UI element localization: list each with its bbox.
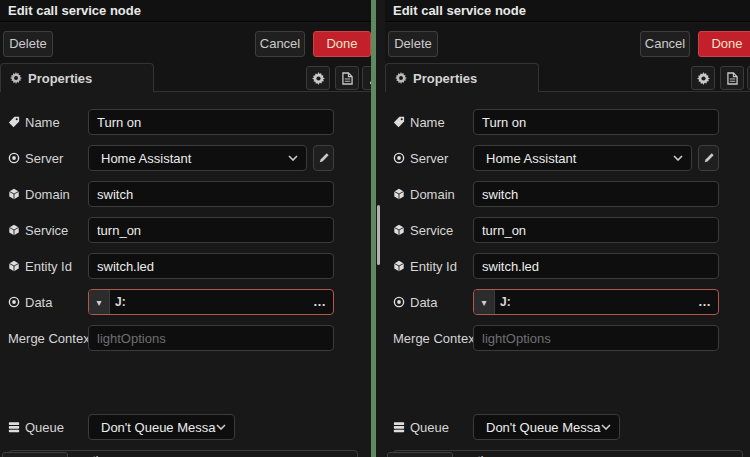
merge-context-input[interactable] <box>88 325 334 351</box>
stack-icon <box>393 421 405 433</box>
merge-context-label: Merge Context <box>8 325 93 351</box>
caret-down-icon: ▾ <box>96 297 101 308</box>
entity-id-input[interactable] <box>88 253 334 279</box>
edit-dialog-panel-left: Edit call service node Delete Cancel Don… <box>0 0 372 457</box>
green-divider <box>371 0 376 457</box>
queue-select[interactable]: Don't Queue Messages <box>473 414 620 440</box>
clipped-bottom-button[interactable] <box>387 452 453 457</box>
domain-label-text: Domain <box>25 187 70 202</box>
scrollbar-thumb[interactable] <box>377 205 380 265</box>
service-label-text: Service <box>410 223 453 238</box>
type-select-caret[interactable]: ▾ <box>89 290 110 314</box>
merge-context-label-text: Merge Context <box>393 331 478 346</box>
tab-properties[interactable]: Properties <box>385 63 539 92</box>
data-input[interactable] <box>126 290 313 314</box>
dialog-body: Name Server Home Assistant <box>385 92 750 457</box>
tab-bar: Properties <box>0 63 372 92</box>
cube-icon <box>393 224 405 236</box>
chevron-down-icon <box>216 424 226 430</box>
queue-select-value: Don't Queue Messages <box>474 420 601 435</box>
dot-circle-icon <box>8 296 20 308</box>
server-select[interactable]: Home Assistant <box>473 145 692 171</box>
cube-icon <box>393 188 405 200</box>
merge-context-label: Merge Context <box>393 325 478 351</box>
edit-server-button[interactable] <box>698 145 719 171</box>
domain-label-text: Domain <box>410 187 455 202</box>
service-label: Service <box>393 217 453 243</box>
domain-label: Domain <box>8 181 70 207</box>
type-select-caret[interactable]: ▾ <box>474 290 495 314</box>
ellipsis-icon: … <box>698 294 712 309</box>
cube-icon <box>8 188 20 200</box>
entity-id-label-text: Entity Id <box>25 259 72 274</box>
gear-icon <box>697 72 710 85</box>
pencil-icon <box>703 152 715 164</box>
service-input[interactable] <box>473 217 719 243</box>
data-typed-input: ▾ J: … <box>88 289 334 315</box>
cube-icon <box>8 224 20 236</box>
gear-icon <box>10 72 22 84</box>
expand-editor-button[interactable]: … <box>313 297 333 307</box>
gear-icon <box>312 72 325 85</box>
dot-circle-icon <box>8 152 20 164</box>
gear-icon <box>395 72 407 84</box>
server-label-text: Server <box>25 151 63 166</box>
entity-id-label: Entity Id <box>8 253 72 279</box>
description-button[interactable] <box>335 66 359 90</box>
chevron-down-icon <box>288 155 298 161</box>
cube-icon <box>393 260 405 272</box>
stack-icon <box>8 421 20 433</box>
cancel-button[interactable]: Cancel <box>255 31 305 57</box>
name-label: Name <box>393 109 445 135</box>
cancel-button[interactable]: Cancel <box>640 31 690 57</box>
tag-icon <box>8 116 20 128</box>
entity-id-input[interactable] <box>473 253 719 279</box>
name-label-text: Name <box>25 115 60 130</box>
description-button[interactable] <box>720 66 744 90</box>
domain-input[interactable] <box>473 181 719 207</box>
node-settings-button[interactable] <box>306 66 330 90</box>
dot-circle-icon <box>393 152 405 164</box>
data-label: Data <box>8 289 52 315</box>
service-label: Service <box>8 217 68 243</box>
expand-editor-button[interactable]: … <box>698 297 718 307</box>
server-label-text: Server <box>410 151 448 166</box>
data-label-text: Data <box>25 295 52 310</box>
server-select[interactable]: Home Assistant <box>88 145 307 171</box>
cube-icon <box>8 260 20 272</box>
server-select-value: Home Assistant <box>89 151 288 166</box>
name-input[interactable] <box>473 109 719 135</box>
dialog-button-row: Delete Cancel Done <box>385 23 750 64</box>
name-input[interactable] <box>88 109 334 135</box>
queue-label-text: Queue <box>410 420 449 435</box>
server-label: Server <box>393 145 448 171</box>
data-label: Data <box>393 289 437 315</box>
queue-select[interactable]: Don't Queue Messages <box>88 414 235 440</box>
expression-type-indicator: J: <box>495 295 511 309</box>
service-input[interactable] <box>88 217 334 243</box>
pencil-icon <box>318 152 330 164</box>
queue-label: Queue <box>8 414 64 440</box>
queue-label: Queue <box>393 414 449 440</box>
dialog-title: Edit call service node <box>385 0 750 22</box>
done-button[interactable]: Done <box>313 31 371 57</box>
tab-properties-label: Properties <box>28 71 92 86</box>
dot-circle-icon <box>393 296 405 308</box>
edit-dialog-panel-right: Edit call service node Delete Cancel Don… <box>377 0 750 457</box>
expression-type-indicator: J: <box>110 295 126 309</box>
tab-properties-label: Properties <box>413 71 477 86</box>
domain-input[interactable] <box>88 181 334 207</box>
document-icon <box>727 72 738 85</box>
tab-properties[interactable]: Properties <box>0 63 154 92</box>
node-settings-button[interactable] <box>691 66 715 90</box>
merge-context-input[interactable] <box>473 325 719 351</box>
edit-server-button[interactable] <box>313 145 334 171</box>
delete-button[interactable]: Delete <box>388 31 438 57</box>
done-button[interactable]: Done <box>698 31 750 57</box>
delete-button[interactable]: Delete <box>3 31 53 57</box>
entity-id-label: Entity Id <box>393 253 457 279</box>
data-input[interactable] <box>511 290 698 314</box>
clipped-bottom-button[interactable] <box>2 452 68 457</box>
entity-id-label-text: Entity Id <box>410 259 457 274</box>
server-select-value: Home Assistant <box>474 151 673 166</box>
